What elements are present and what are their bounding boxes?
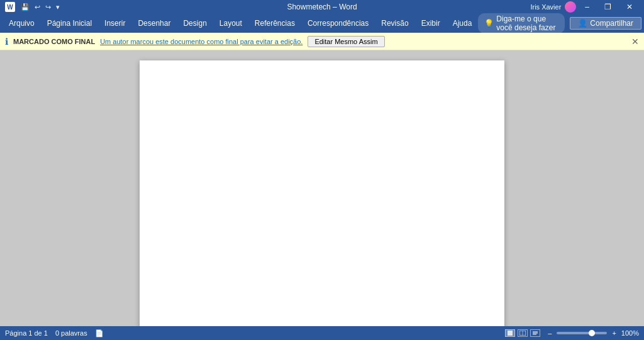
zoom-thumb	[589, 330, 595, 336]
info-icon: ℹ	[5, 37, 8, 47]
notification-bar: ℹ MARCADO COMO FINAL Um autor marcou est…	[0, 33, 644, 50]
close-button[interactable]: ✕	[620, 0, 639, 14]
edit-anyway-button[interactable]: Editar Mesmo Assim	[308, 36, 384, 47]
tell-me-text: Diga-me o que você deseja fazer	[496, 14, 558, 32]
menu-desenhar[interactable]: Desenhar	[131, 16, 177, 30]
menu-pagina-inicial[interactable]: Página Inicial	[41, 16, 98, 30]
notification-title: MARCADO COMO FINAL	[13, 38, 95, 45]
lightbulb-icon: 💡	[484, 19, 494, 28]
menu-bar: Arquivo Página Inicial Inserir Desenhar …	[0, 14, 644, 33]
menu-exibir[interactable]: Exibir	[415, 16, 447, 30]
zoom-percent: 100%	[621, 329, 639, 337]
zoom-minus-button[interactable]: –	[545, 329, 554, 337]
menu-correspondencias[interactable]: Correspondências	[301, 16, 375, 30]
restore-button[interactable]: ❐	[598, 0, 618, 14]
share-icon: 👤	[578, 19, 587, 28]
status-right: – + 100%	[505, 329, 639, 337]
quick-access-toolbar: 💾 ↩ ↪ ▾	[19, 3, 62, 12]
user-name: Iris Xavier	[530, 3, 561, 11]
zoom-controls: – + 100%	[545, 329, 639, 337]
tell-me-box[interactable]: 💡 Diga-me o que você deseja fazer	[478, 13, 565, 33]
title-bar: W 💾 ↩ ↪ ▾ Showmetech – Word Iris Xavier …	[0, 0, 644, 14]
share-label: Compartilhar	[590, 19, 633, 28]
document-icon: 📄	[95, 329, 104, 337]
undo-quick-button[interactable]: ↩	[33, 3, 42, 12]
share-button[interactable]: 👤 Compartilhar	[570, 17, 641, 30]
menu-layout[interactable]: Layout	[213, 16, 248, 30]
view-icons	[505, 329, 540, 337]
title-bar-left: W 💾 ↩ ↪ ▾	[5, 2, 62, 12]
document-page[interactable]	[140, 60, 504, 326]
window-title: Showmetech – Word	[287, 3, 357, 11]
status-bar: Página 1 de 1 0 palavras 📄 – + 100%	[0, 326, 644, 340]
avatar[interactable]	[565, 1, 576, 13]
web-view-icon[interactable]	[518, 329, 528, 337]
page-info: Página 1 de 1	[5, 329, 48, 337]
word-count: 0 palavras	[55, 329, 87, 337]
more-quick-button[interactable]: ▾	[54, 3, 62, 12]
document-area	[0, 50, 644, 326]
svg-rect-0	[508, 331, 513, 336]
menu-referencias[interactable]: Referências	[248, 16, 301, 30]
menu-design[interactable]: Design	[177, 16, 213, 30]
menu-inserir[interactable]: Inserir	[98, 16, 131, 30]
minimize-button[interactable]: –	[579, 0, 596, 14]
print-view-icon[interactable]	[505, 329, 515, 337]
zoom-plus-button[interactable]: +	[609, 329, 618, 337]
menu-arquivo[interactable]: Arquivo	[3, 16, 41, 30]
read-view-icon[interactable]	[530, 329, 540, 337]
notification-message[interactable]: Um autor marcou este documento como fina…	[100, 38, 303, 45]
notification-close-button[interactable]: ✕	[631, 37, 639, 47]
save-quick-button[interactable]: 💾	[19, 3, 31, 12]
redo-quick-button[interactable]: ↪	[43, 3, 53, 12]
user-section: Iris Xavier	[530, 1, 576, 13]
zoom-slider[interactable]	[557, 332, 607, 334]
menu-revisao[interactable]: Revisão	[375, 16, 414, 30]
title-bar-right: Iris Xavier – ❐ ✕	[530, 0, 639, 14]
word-app-icon: W	[5, 2, 15, 12]
menu-ajuda[interactable]: Ajuda	[447, 16, 479, 30]
